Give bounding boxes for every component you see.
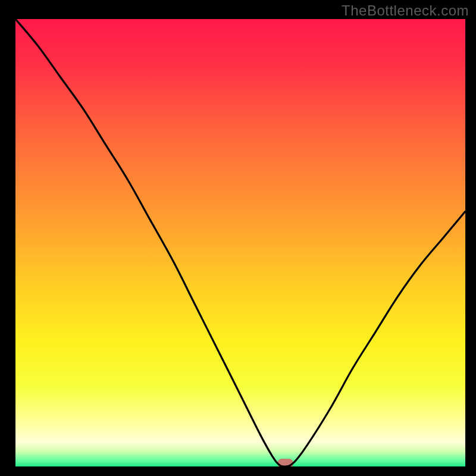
watermark-label: TheBottleneck.com [342,2,469,19]
chart-container: TheBottleneck.com [0,0,476,476]
plot-area [15,19,465,466]
bottleneck-curve [15,19,465,466]
